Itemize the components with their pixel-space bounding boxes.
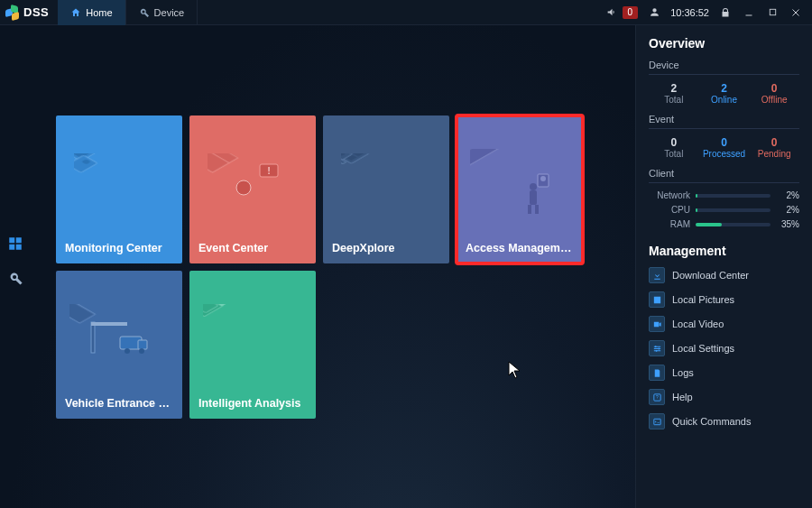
tile-label: Vehicle Entrance an... [65,397,173,410]
mgmt-label: Help [672,392,693,402]
tab-device[interactable]: Device [126,0,198,25]
svg-rect-7 [16,245,22,250]
meter-ram: RAM 35% [649,219,799,229]
cursor-icon [508,361,521,379]
tile-label: Intelligent Analysis [198,397,307,410]
device-section-title: Device [649,60,799,75]
mgmt-quick-commands[interactable]: Quick Commands [649,413,799,429]
mgmt-local-pictures[interactable]: Local Pictures [649,291,799,308]
svg-point-15 [236,180,251,195]
tile-vehicle-entrance[interactable]: Vehicle Entrance an... [56,271,182,419]
management-list: Download Center Local Pictures Local Vid… [649,267,799,429]
client-section-title: Client [649,168,799,183]
clock: 10:36:52 [670,7,709,18]
commands-icon [649,413,665,429]
svg-rect-35 [91,322,127,326]
maximize-button[interactable] [765,5,780,20]
alarm-icon [605,5,620,20]
stat-device-total: 2 Total [649,82,699,105]
svg-rect-12 [208,153,238,172]
svg-rect-31 [528,205,531,214]
overview-title: Overview [649,36,799,51]
mgmt-label: Local Pictures [672,294,734,305]
home-icon [70,7,81,18]
svg-rect-1 [770,9,775,14]
svg-rect-30 [530,190,537,205]
management-title: Management [649,244,799,258]
logs-icon [649,365,665,381]
svg-text:?: ? [656,394,659,400]
svg-rect-6 [9,245,14,250]
mgmt-download-center[interactable]: Download Center [649,267,799,283]
svg-rect-33 [69,304,95,323]
user-button[interactable] [647,5,661,20]
alarm-count: 0 [623,6,639,19]
svg-point-29 [530,183,537,190]
svg-point-45 [654,346,656,347]
mgmt-local-settings[interactable]: Local Settings [649,340,799,356]
device-stats: 2 Total 2 Online 0 Offline [649,82,799,105]
stat-event-total: 0 Total [649,136,699,159]
event-stats: 0 Total 0 Processed 0 Pending [649,136,799,159]
tile-label: DeepXplore [332,242,440,254]
picture-icon [649,291,665,308]
svg-point-38 [125,348,130,354]
app-logo: DSS [5,5,58,20]
mgmt-help[interactable]: ? Help [649,389,799,405]
wrench-icon [139,7,150,18]
logo-mark-icon [5,5,20,20]
tile-intelligent-analysis[interactable]: Intelligent Analysis [189,271,316,419]
mgmt-local-video[interactable]: Local Video [649,316,799,332]
svg-text:!: ! [267,165,271,176]
svg-rect-26 [470,149,503,166]
svg-point-28 [540,176,546,181]
tab-label: Device [154,7,185,18]
svg-point-46 [658,347,660,349]
right-panel: Overview Device 2 Total 2 Online 0 Offli… [635,25,812,508]
svg-rect-32 [535,205,539,214]
svg-point-47 [655,349,657,351]
download-icon [649,267,665,283]
tile-access-management[interactable]: Access Management [457,115,583,263]
mgmt-label: Download Center [672,270,749,281]
meter-cpu: CPU 2% [649,205,799,215]
mgmt-label: Local Video [672,319,724,329]
tab-home[interactable]: Home [58,0,125,25]
app-grid: Monitoring Center ! Event Center [56,115,583,419]
tile-event-center[interactable]: ! Event Center [189,115,316,263]
stat-event-pending: 0 Pending [749,136,799,159]
mgmt-label: Logs [672,367,694,378]
rail-apps-button[interactable] [6,235,24,253]
lock-button[interactable] [718,5,733,20]
titlebar-controls: 0 10:36:52 [605,5,807,20]
svg-rect-34 [91,322,95,353]
mgmt-label: Quick Commands [672,416,751,427]
close-button[interactable] [789,5,803,20]
tile-label: Event Center [198,242,307,254]
stat-device-online: 2 Online [699,82,750,105]
tab-label: Home [86,7,112,18]
stat-event-processed: 0 Processed [699,136,750,159]
svg-rect-50 [653,419,660,424]
tile-label: Access Management [466,242,574,254]
svg-point-39 [139,348,144,354]
stat-device-offline: 0 Offline [749,82,799,105]
mgmt-label: Local Settings [672,343,734,354]
video-icon [649,316,665,332]
svg-rect-5 [16,237,22,243]
mgmt-logs[interactable]: Logs [649,365,799,381]
svg-rect-4 [9,237,14,243]
alarm-button[interactable]: 0 [605,5,639,20]
left-rail [0,25,31,508]
titlebar: DSS Home Device 0 10:36:52 [0,0,812,25]
tile-monitoring-center[interactable]: Monitoring Center [56,115,182,263]
minimize-button[interactable] [742,5,756,20]
svg-rect-37 [138,340,147,349]
tile-deepxplore[interactable]: DeepXplore [323,115,449,263]
rail-tools-button[interactable] [6,269,24,287]
meter-network: Network 2% [649,190,799,200]
help-icon: ? [649,389,665,405]
app-name: DSS [23,5,49,19]
event-section-title: Event [649,114,799,129]
tile-label: Monitoring Center [65,242,173,254]
